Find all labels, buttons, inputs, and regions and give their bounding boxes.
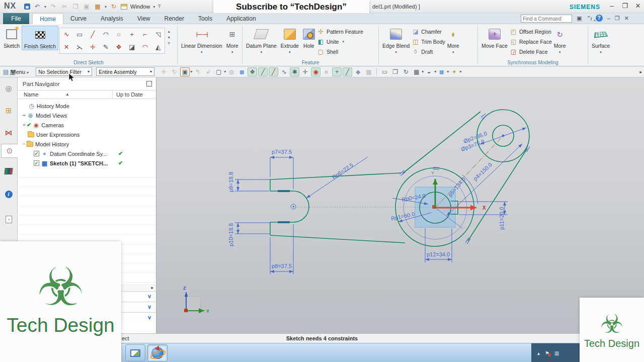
- snap-midpoint-icon[interactable]: ╱: [269, 67, 278, 76]
- save-icon[interactable]: [24, 4, 30, 10]
- edge-blend-button[interactable]: Edge Blend: [380, 26, 412, 55]
- checkbox-checked-icon[interactable]: [34, 151, 39, 156]
- minimize-ribbon-icon[interactable]: ⌃: [586, 15, 591, 22]
- ribbon-restore-button[interactable]: ❐: [615, 15, 620, 22]
- reuse-library-icon[interactable]: [1, 164, 16, 178]
- touch-mode-icon[interactable]: ↻: [110, 3, 118, 10]
- finish-sketch-button[interactable]: Finish Sketch: [22, 26, 58, 50]
- dim-p11-label[interactable]: p11=20.0: [499, 207, 505, 230]
- refresh-icon[interactable]: ↻: [170, 67, 179, 76]
- zoom-window-icon[interactable]: ▭: [380, 67, 389, 76]
- fit-view-icon[interactable]: ❐: [390, 67, 400, 76]
- quick-extend-tool-icon[interactable]: ⋋: [73, 41, 86, 53]
- find-command-box[interactable]: [521, 15, 572, 23]
- panel-maximize-icon[interactable]: [146, 81, 152, 86]
- circle-tool-icon[interactable]: ○: [112, 28, 125, 41]
- tree-row-model-history[interactable]: − Model History: [18, 139, 156, 149]
- scroll-right-icon[interactable]: ▸: [151, 285, 153, 290]
- gallery-up-icon[interactable]: ▲: [167, 30, 171, 33]
- line-tool-icon[interactable]: ╱: [86, 28, 99, 41]
- tab-analysis[interactable]: Analysis: [94, 13, 130, 24]
- effects-caret-icon[interactable]: ▾: [459, 69, 461, 74]
- action-center-flag-icon[interactable]: ⚑: [545, 350, 549, 356]
- roles-icon[interactable]: ◎: [1, 81, 16, 96]
- lasso-icon[interactable]: ▢: [214, 67, 223, 76]
- expand-icon[interactable]: +: [22, 122, 27, 128]
- dim-p9-label[interactable]: p9=18.8: [228, 172, 234, 192]
- tree-row-cameras[interactable]: + ✔ ◉ Cameras: [18, 120, 156, 130]
- snap-plus-icon[interactable]: ✛: [300, 67, 310, 76]
- gallery-more-icon[interactable]: ₸: [168, 42, 170, 46]
- dim-p7-label[interactable]: p7=37.5: [272, 149, 292, 155]
- ribbon-minimize-button[interactable]: –: [607, 15, 610, 21]
- surface-button[interactable]: Surface: [590, 26, 612, 55]
- checkbox-checked-icon[interactable]: [34, 160, 39, 166]
- draft-button[interactable]: ◊ Draft: [412, 47, 445, 56]
- show-hidden-icons-icon[interactable]: ▴: [537, 350, 540, 356]
- tab-render[interactable]: Render: [157, 13, 191, 24]
- shaded-cube-icon[interactable]: ◼: [437, 67, 446, 76]
- dim-p4-label[interactable]: p4=150.0: [472, 161, 493, 182]
- tree-row-model-views[interactable]: + ⊕ Model Views: [18, 111, 156, 120]
- lasso-caret-icon[interactable]: ▾: [224, 69, 226, 74]
- photo-viewer-taskbar-button[interactable]: [125, 344, 145, 361]
- tab-file[interactable]: File: [3, 13, 29, 24]
- chamfer-button[interactable]: ◪ Chamfer: [412, 27, 445, 36]
- extrude-button[interactable]: Extrude: [279, 26, 301, 55]
- window-menu-label[interactable]: Window: [130, 4, 150, 10]
- part-navigator-icon[interactable]: ⊙: [1, 144, 18, 158]
- view-layout-caret-icon[interactable]: ▾: [422, 69, 424, 74]
- point-on-surface-icon[interactable]: ◆: [353, 67, 363, 76]
- polygon-tool-icon[interactable]: ◭: [151, 41, 165, 53]
- dim-p8-label[interactable]: p8=37.5: [272, 263, 292, 269]
- redo-icon[interactable]: ↷: [49, 3, 57, 10]
- dimension-more-button[interactable]: ⊞ More: [224, 26, 240, 55]
- profile-tool-icon[interactable]: ∿: [60, 28, 73, 41]
- ribbon-close-button[interactable]: ✕: [624, 15, 629, 22]
- dim-p10-label[interactable]: p10=18.8: [228, 223, 234, 246]
- move-face-button[interactable]: ✛ Move Face: [479, 26, 510, 49]
- select-box-icon[interactable]: ▣: [180, 67, 190, 76]
- history-palette-icon[interactable]: ◔: [1, 212, 16, 226]
- window-menu-caret-icon[interactable]: ▾: [153, 5, 155, 9]
- column-header-uptodate[interactable]: Up to Date: [116, 92, 143, 98]
- blend-more-button[interactable]: ⬧ More: [445, 26, 461, 55]
- gallery-down-icon[interactable]: ▼: [167, 36, 171, 39]
- menu-button[interactable]: MMenu ▾: [10, 69, 29, 75]
- toolbar-overflow-icon[interactable]: ▸: [639, 69, 642, 74]
- window-icon[interactable]: [121, 4, 127, 10]
- sync-more-button[interactable]: ↻ More: [552, 26, 568, 55]
- snap-point-icon[interactable]: ❖: [248, 67, 257, 76]
- sketch-profile-geometry[interactable]: [270, 110, 529, 246]
- snap-spline-icon[interactable]: ∿: [279, 67, 289, 76]
- offset-curve-tool-icon[interactable]: ◪: [125, 41, 138, 53]
- snap-center-icon[interactable]: ◉: [311, 67, 320, 76]
- snap-existing-point-icon[interactable]: +: [332, 67, 342, 76]
- snap-endpoint-icon[interactable]: ╱: [258, 67, 268, 76]
- section-chevron-icon[interactable]: ∨: [147, 314, 151, 321]
- dim-rp6-label[interactable]: Rp6=22.5: [331, 162, 354, 180]
- tab-curve[interactable]: Curve: [63, 13, 94, 24]
- undo-dropdown-icon[interactable]: ▾: [44, 5, 46, 9]
- tab-tools[interactable]: Tools: [191, 13, 219, 24]
- help-icon[interactable]: ?: [596, 15, 603, 22]
- view-layout-icon[interactable]: ▦: [412, 67, 421, 76]
- tab-home[interactable]: Home: [32, 13, 63, 24]
- trim-body-button[interactable]: ◫ Trim Body: [412, 37, 445, 46]
- layout-grid-icon[interactable]: ▦: [94, 3, 102, 10]
- shell-button[interactable]: ▢ Shell: [317, 47, 363, 56]
- expand-icon[interactable]: +: [22, 113, 27, 118]
- collapse-icon[interactable]: −: [22, 141, 27, 147]
- paste-icon[interactable]: ▣: [83, 3, 91, 10]
- hd3d-tools-icon[interactable]: i: [1, 187, 16, 201]
- quick-trim-tool-icon[interactable]: ✕: [60, 41, 73, 53]
- point-tool-icon[interactable]: +: [125, 28, 138, 41]
- move-curve-tool-icon[interactable]: ❖: [112, 41, 125, 53]
- rectangle-tool-icon[interactable]: ▭: [73, 28, 86, 41]
- hole-button[interactable]: Hole: [301, 26, 317, 49]
- rotate-view-icon[interactable]: ↻: [401, 67, 411, 76]
- snap-pan-icon[interactable]: ✛: [159, 67, 169, 76]
- network-icon[interactable]: ▥: [554, 350, 559, 356]
- pattern-feature-button[interactable]: ✣ Pattern Feature: [317, 27, 363, 36]
- unite-button[interactable]: ◧ Unite: [317, 37, 363, 46]
